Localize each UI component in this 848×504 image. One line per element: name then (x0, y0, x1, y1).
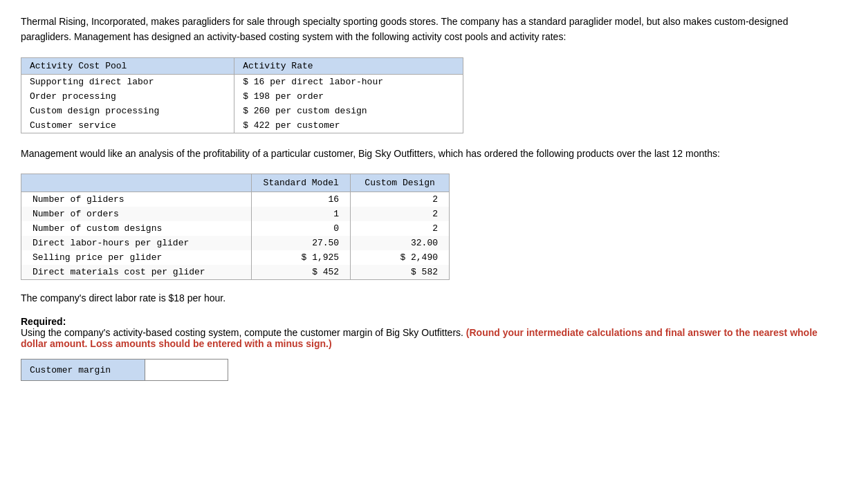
product-table-row: Direct labor-hours per glider27.5032.00 (21, 236, 450, 250)
activity-rate-header: Activity Rate (234, 57, 463, 74)
product-table-empty-header (21, 174, 252, 192)
product-custom-value: 2 (351, 221, 450, 236)
product-label-cell: Direct materials cost per glider (21, 265, 252, 280)
required-body-text: Using the company's activity-based costi… (21, 327, 463, 338)
product-custom-value: 2 (351, 192, 450, 207)
activity-rate-cell: $ 260 per custom design (234, 104, 463, 118)
product-standard-value: 0 (252, 221, 351, 236)
activity-table-row: Order processing$ 198 per order (21, 89, 463, 104)
product-custom-value: $ 582 (351, 265, 450, 280)
required-section: Required: Using the company's activity-b… (21, 316, 827, 349)
customer-margin-label: Customer margin (21, 359, 145, 381)
product-standard-value: 16 (252, 192, 351, 207)
product-table-row: Direct materials cost per glider$ 452$ 5… (21, 265, 450, 280)
custom-design-header: Custom Design (351, 174, 450, 192)
product-custom-value: $ 2,490 (351, 250, 450, 265)
product-custom-value: 32.00 (351, 236, 450, 250)
product-table-row: Number of custom designs02 (21, 221, 450, 236)
analysis-paragraph: Management would like an analysis of the… (21, 146, 827, 161)
activity-cost-pool-header: Activity Cost Pool (21, 57, 234, 74)
direct-labor-paragraph: The company's direct labor rate is $18 p… (21, 292, 827, 304)
activity-table-row: Supporting direct labor$ 16 per direct l… (21, 74, 463, 89)
activity-pool-cell: Supporting direct labor (21, 74, 234, 89)
product-table-row: Number of orders12 (21, 207, 450, 221)
customer-margin-row: Customer margin (21, 359, 827, 381)
standard-model-header: Standard Model (252, 174, 351, 192)
product-label-cell: Selling price per glider (21, 250, 252, 265)
product-standard-value: $ 452 (252, 265, 351, 280)
activity-cost-pool-table: Activity Cost Pool Activity Rate Support… (21, 57, 463, 133)
product-custom-value: 2 (351, 207, 450, 221)
activity-table-row: Custom design processing$ 260 per custom… (21, 104, 463, 118)
product-table-row: Selling price per glider$ 1,925$ 2,490 (21, 250, 450, 265)
activity-pool-cell: Customer service (21, 118, 234, 133)
required-label: Required: (21, 316, 66, 327)
activity-rate-cell: $ 198 per order (234, 89, 463, 104)
product-table-row: Number of gliders162 (21, 192, 450, 207)
intro-paragraph: Thermal Rising, Incorporated, makes para… (21, 14, 827, 45)
activity-pool-cell: Custom design processing (21, 104, 234, 118)
product-label-cell: Number of orders (21, 207, 252, 221)
product-label-cell: Number of gliders (21, 192, 252, 207)
customer-margin-input[interactable] (145, 359, 228, 381)
product-label-cell: Direct labor-hours per glider (21, 236, 252, 250)
activity-pool-cell: Order processing (21, 89, 234, 104)
product-standard-value: 1 (252, 207, 351, 221)
product-standard-value: 27.50 (252, 236, 351, 250)
activity-rate-cell: $ 16 per direct labor-hour (234, 74, 463, 89)
activity-table-row: Customer service$ 422 per customer (21, 118, 463, 133)
activity-rate-cell: $ 422 per customer (234, 118, 463, 133)
product-table: Standard Model Custom Design Number of g… (21, 174, 450, 280)
product-label-cell: Number of custom designs (21, 221, 252, 236)
product-standard-value: $ 1,925 (252, 250, 351, 265)
